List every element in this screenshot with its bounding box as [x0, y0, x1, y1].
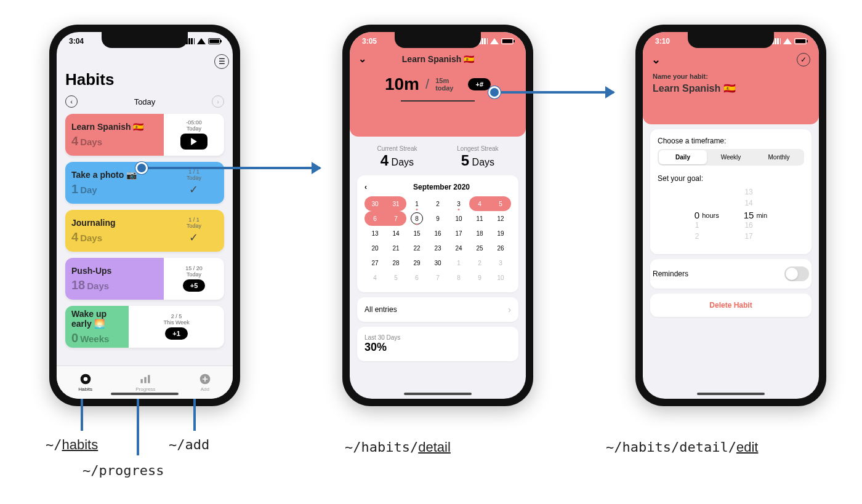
habit-name: Learn Spanish 🇪🇸: [71, 122, 158, 132]
annotation-dot: [488, 86, 501, 98]
status-time: 3:05: [362, 37, 377, 46]
calendar-grid[interactable]: 3031123456789101112131415161718192021222…: [365, 196, 511, 285]
check-icon[interactable]: ✓: [189, 231, 198, 244]
reminders-row[interactable]: Reminders: [650, 259, 812, 289]
status-time: 3:04: [69, 37, 84, 46]
tab-habits[interactable]: Habits: [78, 373, 92, 392]
delete-habit-button[interactable]: Delete Habit: [650, 294, 812, 317]
route-label: ~/add: [169, 437, 209, 452]
reminders-toggle[interactable]: [784, 266, 809, 281]
home-indicator[interactable]: [697, 393, 765, 395]
check-icon[interactable]: ✓: [189, 183, 198, 196]
habit-card[interactable]: Push-Ups18Days 15 / 20Today+5: [65, 258, 224, 300]
add-quantity-button[interactable]: +#: [468, 78, 491, 90]
habit-name-field[interactable]: Learn Spanish 🇪🇸: [643, 82, 819, 94]
increment-button[interactable]: +1: [165, 327, 188, 340]
name-label: Name your habit:: [643, 66, 819, 82]
collapse-icon[interactable]: ⌄: [651, 53, 661, 66]
svg-rect-2: [141, 379, 143, 383]
status-time: 3:10: [655, 37, 670, 46]
phone-habits: 3:04 ☰ Habits ‹ Today › Learn Spanish 🇪🇸…: [49, 25, 240, 406]
svg-rect-4: [148, 375, 150, 383]
habit-card[interactable]: Learn Spanish 🇪🇸 4Days -05:00Today: [65, 114, 224, 156]
collapse-icon[interactable]: ⌄: [358, 53, 366, 65]
phone-edit: 3:10 ⌄ ✓ Name your habit: Learn Spanish …: [635, 25, 826, 406]
home-indicator[interactable]: [111, 393, 179, 395]
timeframe-label: Choose a timeframe:: [658, 137, 804, 145]
battery-icon: [501, 38, 514, 44]
annotation-tick: [81, 394, 83, 431]
route-label: ~/habits/detail: [345, 439, 451, 455]
next-day-button[interactable]: ›: [212, 95, 224, 108]
timeframe-card: Choose a timeframe: Daily Weekly Monthly…: [650, 129, 812, 254]
habit-card[interactable]: Journaling4Days 1 / 1Today✓: [65, 210, 224, 252]
wifi-icon: [197, 38, 206, 44]
svg-rect-3: [145, 377, 147, 383]
tab-progress[interactable]: Progress: [135, 373, 155, 392]
annotation-arrow: [496, 91, 614, 94]
cal-month: September 2020: [372, 183, 511, 191]
cal-prev-button[interactable]: ‹: [365, 183, 367, 191]
notch: [395, 32, 481, 48]
date-label: Today: [134, 97, 156, 106]
phone-detail: 3:05 ⌄ Learn Spanish 🇪🇸 10m / 15mtoday +…: [342, 25, 533, 406]
annotation-tick: [137, 394, 139, 455]
route-label: ~/~/habitshabits: [46, 437, 98, 453]
route-label: ~/progress: [83, 463, 164, 478]
all-entries-button[interactable]: All entries ›: [357, 297, 518, 322]
calendar-card: ‹September 2020 303112345678910111213141…: [357, 175, 518, 292]
prev-day-button[interactable]: ‹: [65, 95, 78, 108]
tab-add[interactable]: Add: [199, 373, 211, 392]
annotation-arrow: [143, 167, 320, 169]
confirm-button[interactable]: ✓: [797, 53, 810, 66]
chevron-right-icon: ›: [508, 305, 511, 314]
wifi-icon: [490, 38, 499, 44]
habit-title: Learn Spanish 🇪🇸: [402, 54, 474, 64]
battery-icon: [794, 38, 807, 44]
play-button[interactable]: [180, 134, 207, 150]
increment-button[interactable]: +5: [183, 279, 206, 292]
settings-button[interactable]: ☰: [214, 54, 229, 69]
svg-point-1: [83, 377, 87, 382]
page-title: Habits: [65, 70, 224, 89]
notch: [688, 32, 774, 48]
time-value: 10m: [385, 74, 419, 94]
timeframe-segment[interactable]: Daily Weekly Monthly: [658, 149, 804, 166]
habit-card[interactable]: Wake up early 🌅0Weeks 2 / 5This Week+1: [65, 306, 224, 348]
annotation-tick: [193, 394, 196, 431]
notch: [102, 32, 188, 48]
goal-wheel[interactable]: 012 hours 1314151617 min: [658, 188, 804, 243]
wifi-icon: [783, 38, 792, 44]
annotation-dot: [135, 162, 148, 174]
route-label: ~/habits/detail/edit: [606, 439, 758, 455]
goal-label: Set your goal:: [658, 174, 804, 183]
home-indicator[interactable]: [404, 393, 472, 395]
battery-icon: [208, 38, 220, 44]
last30-card: Last 30 Days 30%: [357, 327, 518, 361]
